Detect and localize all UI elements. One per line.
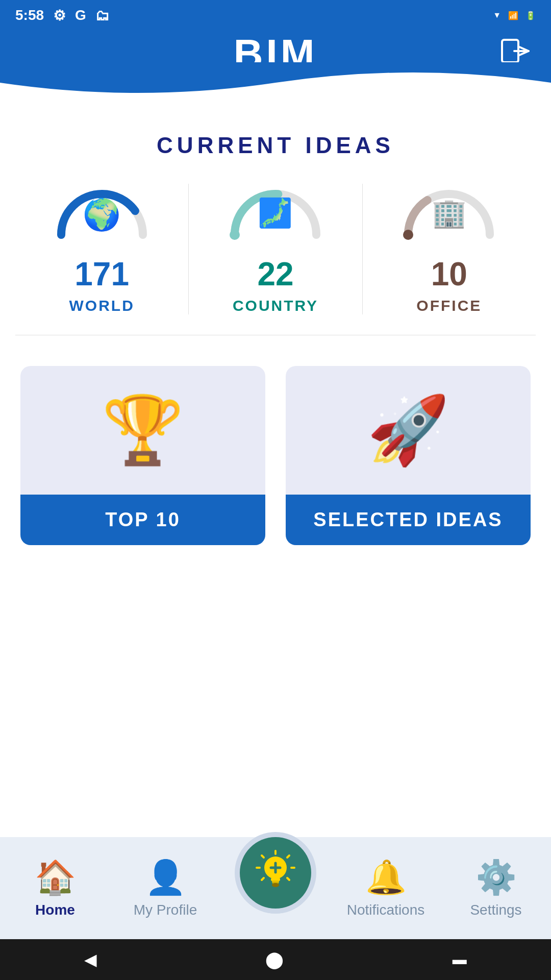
world-gauge: 🌍 xyxy=(51,184,153,245)
world-icon: 🌍 xyxy=(83,197,121,233)
trophy-icon: 🏆 xyxy=(102,391,184,469)
svg-line-10 xyxy=(262,855,264,857)
stat-office: 🏢 10 OFFICE xyxy=(363,184,536,314)
wifi-icon: ▼ xyxy=(493,11,501,20)
status-right: ▼ 📶 🔋 xyxy=(493,11,536,20)
world-label: WORLD xyxy=(69,297,135,314)
selected-ideas-card[interactable]: 🚀 SELECTED IDEAS xyxy=(286,366,531,545)
sd-icon: 🗂 xyxy=(95,7,110,24)
selected-icon-area: 🚀 xyxy=(352,366,465,495)
country-label: COUNTRY xyxy=(233,297,318,314)
nav-settings[interactable]: ⚙️ Settings xyxy=(441,858,551,918)
top10-label: TOP 10 xyxy=(20,495,265,545)
stats-row: 🌍 171 WORLD 🗾 22 COUNTRY xyxy=(15,184,536,335)
nav-notifications[interactable]: 🔔 Notifications xyxy=(331,858,441,918)
cards-row: 🏆 TOP 10 🚀 SELECTED IDEAS xyxy=(20,366,531,545)
settings-label: Settings xyxy=(470,902,521,918)
status-left: 5:58 ⚙ G 🗂 xyxy=(15,7,110,24)
settings-nav-icon: ⚙️ xyxy=(475,858,517,897)
stat-world: 🌍 171 WORLD xyxy=(15,184,189,314)
profile-icon: 👤 xyxy=(145,858,186,897)
selected-label: SELECTED IDEAS xyxy=(286,495,531,545)
svg-point-17 xyxy=(272,883,279,887)
main-content: CURRENT IDEAS 🌍 171 WORLD xyxy=(0,102,551,878)
top10-card[interactable]: 🏆 TOP 10 xyxy=(20,366,265,545)
svg-line-15 xyxy=(287,878,289,880)
country-number: 22 xyxy=(257,255,293,293)
world-number: 171 xyxy=(74,255,129,293)
section-title: CURRENT IDEAS xyxy=(0,133,551,158)
add-idea-button[interactable] xyxy=(240,837,311,909)
office-gauge: 🏢 xyxy=(398,184,500,245)
profile-label: My Profile xyxy=(134,902,197,918)
svg-point-2 xyxy=(230,230,240,240)
svg-point-3 xyxy=(403,230,413,240)
office-number: 10 xyxy=(431,255,467,293)
google-icon: G xyxy=(75,7,86,23)
header-wave xyxy=(0,62,551,103)
status-time: 5:58 xyxy=(15,7,44,23)
signal-icon: 📶 xyxy=(508,11,518,20)
stat-country: 🗾 22 COUNTRY xyxy=(189,184,362,314)
notifications-icon: 🔔 xyxy=(365,858,407,897)
svg-line-14 xyxy=(262,878,264,880)
nav-profile[interactable]: 👤 My Profile xyxy=(110,858,220,918)
top10-icon-area: 🏆 xyxy=(86,366,199,495)
fab-outer xyxy=(235,832,316,914)
android-nav: ◀ ⬤ ▬ xyxy=(0,939,551,980)
nav-home[interactable]: 🏠 Home xyxy=(0,858,110,918)
settings-icon: ⚙ xyxy=(53,7,66,24)
fab-container xyxy=(235,832,316,914)
recents-button[interactable]: ▬ xyxy=(453,951,467,968)
status-bar: 5:58 ⚙ G 🗂 ▼ 📶 🔋 xyxy=(0,0,551,31)
home-button[interactable]: ⬤ xyxy=(265,950,284,969)
home-label: Home xyxy=(35,902,75,918)
country-icon: 🗾 xyxy=(258,197,293,230)
back-button[interactable]: ◀ xyxy=(84,950,97,969)
office-icon: 🏢 xyxy=(432,197,467,230)
home-icon: 🏠 xyxy=(35,858,76,897)
country-gauge: 🗾 xyxy=(224,184,327,245)
battery-icon: 🔋 xyxy=(525,11,536,20)
svg-line-11 xyxy=(287,855,289,857)
notifications-label: Notifications xyxy=(347,902,425,918)
rocket-icon: 🚀 xyxy=(367,391,449,469)
office-label: OFFICE xyxy=(416,297,482,314)
